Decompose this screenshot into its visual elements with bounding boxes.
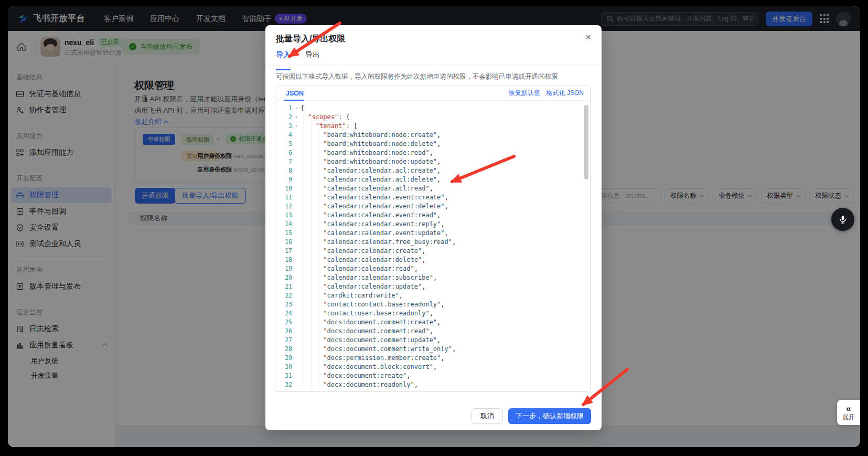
close-icon[interactable]: ×	[585, 31, 591, 43]
code-line-15: 15 "calendar:calendar.event:update",	[276, 229, 590, 238]
code-line-17: 17 "calendar:calendar:create",	[276, 247, 590, 256]
expand-panel-button[interactable]: « 展开	[837, 400, 860, 425]
modal-footer: 取消 下一步，确认新增权限	[471, 408, 591, 424]
fold-gutter	[292, 273, 301, 282]
code-line-1: 1▾{	[276, 104, 590, 113]
code-line-24: 24 "contact:user.base:readonly",	[276, 309, 590, 318]
fold-gutter	[292, 345, 301, 354]
microphone-button[interactable]	[831, 208, 854, 231]
code-line-21: 21 "calendar:calendar:update",	[276, 282, 590, 291]
code-line-9: 9 "calendar:calendar.acl:delete",	[276, 175, 590, 184]
format-json-link[interactable]: 格式化 JSON	[546, 89, 584, 98]
fold-gutter	[292, 282, 301, 291]
tab-json[interactable]: JSON	[286, 90, 304, 97]
line-number: 17	[276, 247, 292, 256]
code-line-14: 14 "calendar:calendar.event:reply",	[276, 220, 590, 229]
fold-gutter	[292, 166, 301, 175]
fold-gutter	[292, 363, 301, 372]
code-line-25: 25 "docs:document.comment:create",	[276, 318, 590, 327]
fold-gutter	[292, 149, 301, 157]
line-number: 1	[276, 104, 292, 113]
line-number: 28	[276, 345, 292, 354]
code-line-32: 32 "docx:document:readonly",	[276, 380, 590, 389]
fold-gutter	[292, 309, 301, 318]
code-line-2: 2▾ "scopes": {	[276, 113, 590, 122]
line-number: 30	[276, 363, 292, 372]
line-number: 8	[276, 166, 292, 175]
code-line-23: 23 "contact:contact.base:readonly",	[276, 300, 590, 309]
fold-gutter	[292, 354, 301, 363]
fold-gutter	[292, 175, 301, 184]
line-number: 7	[276, 157, 292, 166]
line-number: 19	[276, 264, 292, 273]
fold-gutter	[292, 327, 301, 336]
line-number: 3	[276, 122, 292, 131]
line-number: 29	[276, 354, 292, 363]
line-number: 4	[276, 131, 292, 140]
fold-gutter	[292, 372, 301, 380]
code-line-8: 8 "calendar:calendar.acl:create",	[276, 166, 590, 175]
fold-chevron-icon[interactable]: ▾	[292, 104, 301, 113]
code-line-4: 4 "board:whiteboard:node:create",	[276, 131, 590, 140]
fold-gutter	[292, 291, 301, 300]
line-number: 5	[276, 140, 292, 149]
code-line-27: 27 "docs:document.comment:update",	[276, 336, 590, 345]
line-number: 9	[276, 175, 292, 184]
modal-description: 可按照以下格式导入数据，导入的权限将作为此次新增申请的权限，不会影响已申请或开通…	[276, 72, 558, 81]
code-line-31: 31 "docx:document:create",	[276, 372, 590, 380]
modal-tab-import[interactable]: 导入	[276, 50, 291, 66]
code-line-13: 13 "calendar:calendar.event:read",	[276, 211, 590, 220]
line-number: 26	[276, 327, 292, 336]
line-number: 10	[276, 184, 292, 193]
modal-title: 批量导入/导出权限	[276, 34, 345, 45]
indent-guide	[311, 122, 312, 389]
code-line-22: 22 "cardkit:card:write",	[276, 291, 590, 300]
fold-gutter	[292, 318, 301, 327]
json-editor: JSON 恢复默认值 格式化 JSON 1▾{2▾ "scopes": {3▾ …	[276, 86, 591, 392]
line-number: 27	[276, 336, 292, 345]
editor-scrollbar[interactable]	[584, 105, 588, 179]
code-line-16: 16 "calendar:calendar.free_busy:read",	[276, 238, 590, 247]
line-number: 22	[276, 291, 292, 300]
fold-chevron-icon[interactable]: ▾	[292, 122, 301, 131]
line-number: 32	[276, 380, 292, 389]
code-lines: 1▾{2▾ "scopes": {3▾ "tenant": [4 "board:…	[276, 104, 590, 389]
line-number: 12	[276, 202, 292, 211]
fold-gutter	[292, 202, 301, 211]
line-number: 20	[276, 273, 292, 282]
fold-gutter	[292, 131, 301, 140]
batch-import-export-modal: 批量导入/导出权限 × 导入导出 可按照以下格式导入数据，导入的权限将作为此次新…	[265, 25, 602, 430]
fold-gutter	[292, 247, 301, 256]
fold-gutter	[292, 264, 301, 273]
code-line-28: 28 "docs:document.comment:write_only",	[276, 345, 590, 354]
double-chevron-left-icon: «	[846, 404, 851, 413]
fold-gutter	[292, 238, 301, 247]
line-number: 14	[276, 220, 292, 229]
code-line-3: 3▾ "tenant": [	[276, 122, 590, 131]
code-line-19: 19 "calendar:calendar:read",	[276, 264, 590, 273]
line-number: 25	[276, 318, 292, 327]
code-line-30: 30 "docx:document.block:convert",	[276, 363, 590, 372]
line-number: 18	[276, 256, 292, 264]
code-line-10: 10 "calendar:calendar.acl:read",	[276, 184, 590, 193]
indent-guide	[304, 113, 304, 389]
fold-gutter	[292, 256, 301, 264]
line-number: 15	[276, 229, 292, 238]
line-number: 6	[276, 149, 292, 157]
code-line-7: 7 "board:whiteboard:node:update",	[276, 157, 590, 166]
code-area[interactable]: 1▾{2▾ "scopes": {3▾ "tenant": [4 "board:…	[276, 101, 590, 392]
line-number: 2	[276, 113, 292, 122]
fold-gutter	[292, 220, 301, 229]
fold-gutter	[292, 140, 301, 149]
cancel-button[interactable]: 取消	[471, 408, 503, 424]
line-number: 16	[276, 238, 292, 247]
line-number: 23	[276, 300, 292, 309]
code-line-5: 5 "board:whiteboard:node:delete",	[276, 140, 590, 149]
code-line-18: 18 "calendar:calendar:delete",	[276, 256, 590, 264]
modal-tab-export[interactable]: 导出	[305, 50, 320, 66]
confirm-next-step-button[interactable]: 下一步，确认新增权限	[508, 408, 591, 424]
fold-chevron-icon[interactable]: ▾	[292, 113, 301, 122]
line-number: 21	[276, 282, 292, 291]
reset-default-link[interactable]: 恢复默认值	[509, 89, 540, 98]
code-line-26: 26 "docs:document.comment:read",	[276, 327, 590, 336]
